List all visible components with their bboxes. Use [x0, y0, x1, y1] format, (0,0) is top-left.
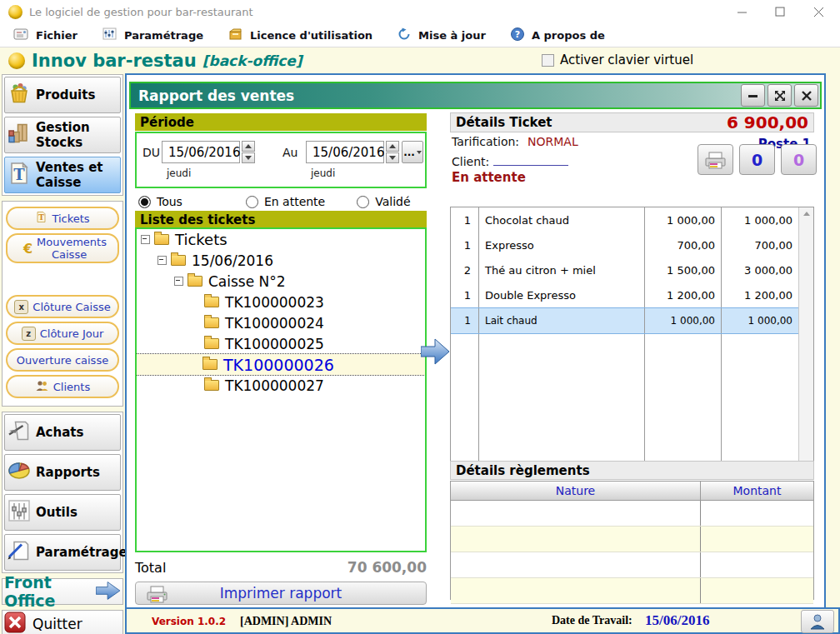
tree-node-ticket[interactable]: TK100000027	[137, 375, 425, 396]
maximize-button[interactable]	[773, 5, 787, 18]
ticket-item-row[interactable]: 1 Expresso 700,00 700,00	[451, 232, 798, 257]
print-report-button[interactable]: Imprimer rapport	[135, 582, 427, 605]
sidebar-item-mouvements-caisse[interactable]: € Mouvements Caisse	[6, 233, 119, 263]
date-to-spinner[interactable]	[386, 141, 399, 163]
sidebar-item-ventes-caisse[interactable]: T Ventes et Caisse	[4, 157, 121, 193]
statusbar: Version 1.0.2 [ADMIN] ADMIN Date de Trav…	[125, 607, 840, 634]
basket-icon	[7, 81, 32, 109]
tree-node-ticket-selected[interactable]: TK100000026	[137, 354, 425, 375]
spin-up-icon[interactable]	[242, 141, 255, 152]
ticket-item-row[interactable]: 1 Chocolat chaud 1 000,00 1 000,00	[451, 207, 798, 232]
total-label: Total	[135, 560, 166, 576]
sidebar-item-cloture-jour[interactable]: z Clôture Jour	[6, 322, 119, 345]
items-scrollbar[interactable]	[798, 207, 813, 472]
folder-icon	[204, 380, 219, 391]
reglements-header: Détails règlements	[450, 461, 814, 480]
arrow-right-icon	[96, 580, 121, 604]
tree-node-ticket[interactable]: TK100000023	[137, 292, 425, 312]
folder-icon	[204, 317, 219, 328]
sliders-icon	[102, 27, 117, 42]
close-button[interactable]	[812, 5, 825, 18]
counter-blue-button[interactable]: 0	[739, 144, 775, 175]
virtual-keyboard-checkbox[interactable]	[542, 54, 554, 67]
minimize-button[interactable]	[735, 5, 748, 18]
quit-button[interactable]: Quitter	[2, 610, 123, 634]
folder-icon	[154, 234, 169, 245]
sidebar-item-gestion-stocks[interactable]: Gestion Stocks	[4, 117, 121, 153]
ticket-details-header: Détails Ticket 6 900,00	[450, 112, 814, 132]
tree-node-date[interactable]: 15/06/2016	[137, 250, 425, 271]
report-close-button[interactable]	[794, 84, 818, 107]
svg-text:T: T	[13, 166, 25, 183]
du-label: DU	[142, 146, 160, 159]
collapse-icon[interactable]	[141, 235, 150, 244]
sidebar-item-rapports[interactable]: Rapports	[4, 454, 121, 491]
sidebar-item-outils[interactable]: Outils	[4, 494, 121, 531]
menu-licence[interactable]: Licence d'utilisation	[222, 23, 379, 47]
version-label: Version 1.0.2	[152, 616, 226, 627]
spin-down-icon[interactable]	[386, 152, 399, 163]
euro-icon: €	[23, 241, 32, 257]
tarification-value: NORMAL	[528, 135, 578, 148]
sidebar-item-cloture-caisse[interactable]: x Clôture Caisse	[6, 295, 119, 318]
menu-parametrage[interactable]: Paramétrage	[96, 23, 210, 47]
sidebar-group-bottom: Achats Rapports Outils Paramétrage	[2, 412, 123, 573]
svg-text:T: T	[39, 213, 45, 222]
tree-node-ticket[interactable]: TK100000025	[137, 333, 425, 354]
date-from-input[interactable]: 15/06/2016	[162, 141, 240, 163]
spin-down-icon[interactable]	[242, 152, 255, 163]
user-session-button[interactable]	[801, 610, 834, 633]
radio-valide[interactable]: Validé	[357, 195, 410, 208]
ticket-print-button[interactable]	[698, 144, 733, 175]
collapse-icon[interactable]	[158, 256, 167, 265]
stock-boxes-icon	[7, 121, 32, 149]
ticket-status: En attente	[452, 170, 526, 185]
reglement-row	[451, 527, 813, 552]
ticket-item-row[interactable]: 1 Double Expresso 1 200,00 1 200,00	[451, 282, 798, 307]
ticket-items-table: 1 Chocolat chaud 1 000,00 1 000,00 1 Exp…	[450, 207, 814, 472]
report-minimize-button[interactable]	[741, 84, 765, 107]
date-to-input[interactable]: 15/06/2016	[306, 141, 384, 163]
sidebar-item-tickets[interactable]: T Tickets	[6, 207, 119, 230]
tools-sliders-icon	[7, 498, 32, 527]
sales-ticket-icon: T	[7, 161, 32, 189]
sidebar-item-parametrage[interactable]: Paramétrage	[4, 534, 121, 571]
folder-icon	[204, 297, 219, 307]
column-montant[interactable]: Montant	[701, 482, 813, 500]
date-from-spinner[interactable]	[242, 141, 255, 163]
license-box-icon	[228, 27, 242, 42]
tree-node-root[interactable]: Tickets	[137, 229, 425, 250]
tree-node-ticket[interactable]: TK100000024	[137, 312, 425, 333]
tree-node-caisse[interactable]: Caisse N°2	[137, 271, 425, 292]
counter-purple-button[interactable]: 0	[781, 144, 817, 175]
tickets-tree: Tickets 15/06/2016 Caisse N°2 TK10000002…	[135, 227, 427, 552]
ticket-item-row-selected[interactable]: 1 Lait chaud 1 000,00 1 000,00	[451, 307, 798, 334]
radio-en-attente[interactable]: En attente	[246, 195, 325, 208]
menu-mise-a-jour[interactable]: Mise à jour	[391, 23, 492, 47]
date-picker-button[interactable]: ...	[402, 141, 423, 163]
menu-fichier[interactable]: Fichier	[7, 23, 84, 47]
ticket-item-row[interactable]: 2 Thé au citron + miel 1 500,00 3 000,00	[451, 257, 798, 282]
report-maximize-button[interactable]	[768, 84, 792, 107]
pen-page-icon	[7, 538, 32, 567]
sidebar-item-clients[interactable]: Clients	[6, 375, 119, 398]
sidebar-item-produits[interactable]: Produits	[4, 77, 121, 113]
clients-icon	[35, 380, 49, 394]
radio-tous[interactable]: Tous	[138, 195, 182, 208]
tarification-label: Tarification:	[452, 135, 519, 148]
brand-sphere-icon	[8, 52, 25, 69]
sidebar-item-ouverture-caisse[interactable]: Ouverture caisse	[6, 348, 119, 372]
sidebar-item-achats[interactable]: Achats	[4, 414, 121, 451]
spin-up-icon[interactable]	[386, 141, 399, 152]
column-nature[interactable]: Nature	[451, 482, 701, 500]
menu-a-propos[interactable]: ? A propos de	[504, 23, 612, 47]
virtual-keyboard-toggle[interactable]: Activer clavier virtuel	[542, 52, 693, 67]
front-office-button[interactable]: Front Office	[2, 578, 123, 605]
collapse-icon[interactable]	[174, 277, 183, 286]
sidebar-group-caisse: T Tickets € Mouvements Caisse x Clôture …	[2, 201, 123, 407]
refresh-icon	[398, 27, 411, 43]
ticket-items-empty-area	[451, 334, 798, 472]
folder-icon	[171, 255, 186, 266]
scroll-up-icon[interactable]	[803, 212, 810, 216]
svg-text:?: ?	[515, 29, 520, 40]
